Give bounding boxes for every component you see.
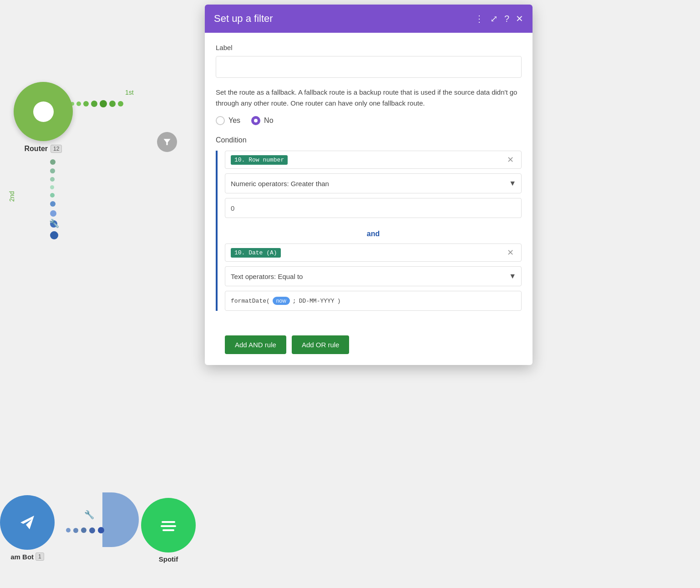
radio-no-label: No	[264, 117, 273, 125]
dot	[50, 201, 56, 207]
telegram-node[interactable]: am Bot 1	[0, 495, 55, 561]
condition-tag-2: 10. Date (A)	[231, 248, 281, 258]
filter-icon[interactable]	[157, 132, 177, 152]
condition-row-2: 10. Date (A) ✕	[225, 243, 522, 262]
modal-title: Set up a filter	[214, 13, 273, 25]
router-badge: 12	[51, 145, 62, 153]
radio-no[interactable]: No	[251, 116, 273, 125]
expand-icon[interactable]: ⤢	[490, 13, 498, 24]
dot	[118, 101, 123, 106]
dot	[50, 159, 56, 165]
formula-now-tag: now	[273, 297, 290, 305]
formula-open: formatDate(	[231, 298, 270, 304]
dot	[89, 527, 95, 533]
radio-yes[interactable]: Yes	[216, 116, 240, 125]
telegram-circle	[0, 495, 55, 550]
formula-close: )	[337, 298, 341, 304]
router-circle: ↗ → ↙ ↓	[14, 82, 73, 141]
dot	[50, 193, 55, 198]
radio-no-circle	[251, 116, 260, 125]
wrench-icon-1[interactable]: 🔧	[49, 218, 59, 228]
modal-footer: Add AND rule Add OR rule	[205, 328, 533, 365]
condition-tag-1: 10. Row number	[231, 155, 288, 165]
remove-rule-2-button[interactable]: ✕	[505, 248, 516, 258]
wrench-icon-2[interactable]: 🔧	[84, 510, 94, 520]
add-or-rule-button[interactable]: Add OR rule	[292, 335, 350, 354]
condition-row-1: 10. Row number ✕	[225, 151, 522, 169]
horiz-dots	[66, 527, 104, 533]
dot	[76, 101, 81, 106]
label-input[interactable]	[216, 56, 522, 78]
modal-header-icons: ⋮ ⤢ ? ✕	[475, 13, 523, 24]
spotify-node[interactable]: Spotif	[141, 498, 196, 563]
dot	[83, 101, 89, 106]
operator-select-wrapper-2: Text operators: Equal to ▼	[225, 266, 522, 286]
formula-format: DD-MM-YYYY	[299, 298, 335, 304]
operator-select-wrapper-1: Numeric operators: Greater than ▼	[225, 173, 522, 193]
and-label: and	[225, 230, 522, 238]
router-node[interactable]: ↗ → ↙ ↓ Router 12	[14, 82, 73, 153]
value-input-1[interactable]	[225, 198, 522, 218]
dot	[73, 528, 78, 533]
fallback-description: Set the route as a fallback. A fallback …	[216, 87, 522, 109]
telegram-label: am Bot 1	[0, 553, 55, 561]
dot	[81, 527, 86, 533]
dot	[50, 168, 55, 173]
close-icon[interactable]: ✕	[516, 13, 523, 24]
dot	[50, 185, 54, 189]
more-options-icon[interactable]: ⋮	[475, 13, 484, 24]
router-name: Router	[25, 145, 48, 153]
radio-group: Yes No	[216, 116, 522, 125]
arrow-down: ↓	[46, 112, 50, 122]
route-2nd-label: 2nd	[8, 191, 15, 202]
dot	[50, 231, 58, 239]
modal-dialog: Set up a filter ⋮ ⤢ ? ✕ Label Set the ro…	[205, 5, 533, 365]
telegram-badge: 1	[36, 553, 44, 561]
dot	[66, 528, 71, 532]
dot	[50, 177, 55, 182]
arrow-right: →	[44, 101, 52, 111]
spotify-label: Spotif	[141, 555, 196, 563]
help-icon[interactable]: ?	[504, 14, 509, 24]
formula-input[interactable]: formatDate( now ; DD-MM-YYYY )	[225, 291, 522, 311]
dot	[91, 101, 97, 107]
route-1st-label: 1st	[125, 89, 134, 96]
modal-header: Set up a filter ⋮ ⤢ ? ✕	[205, 5, 533, 33]
remove-rule-1-button[interactable]: ✕	[505, 155, 516, 165]
dot	[98, 527, 104, 533]
dot	[100, 100, 107, 107]
arrow-left-down: ↙	[37, 112, 44, 122]
arrow-right-up: ↗	[35, 101, 42, 111]
operator-select-1[interactable]: Numeric operators: Greater than	[225, 173, 522, 193]
add-and-rule-button[interactable]: Add AND rule	[225, 335, 286, 354]
route-1st-dots	[71, 100, 123, 107]
spotify-circle	[141, 498, 196, 553]
condition-label: Condition	[216, 136, 522, 144]
svg-marker-0	[164, 139, 171, 145]
condition-block: 10. Row number ✕ Numeric operators: Grea…	[216, 151, 522, 311]
radio-yes-label: Yes	[228, 117, 240, 125]
label-field-label: Label	[216, 44, 522, 51]
formula-sep: ;	[293, 298, 296, 304]
modal-body: Label Set the route as a fallback. A fal…	[205, 33, 533, 328]
telegram-name: am Bot	[10, 553, 34, 561]
dot	[109, 101, 116, 107]
dot	[50, 210, 56, 217]
radio-yes-circle	[216, 116, 225, 125]
operator-select-2[interactable]: Text operators: Equal to	[225, 266, 522, 286]
router-label: Router 12	[14, 145, 73, 153]
